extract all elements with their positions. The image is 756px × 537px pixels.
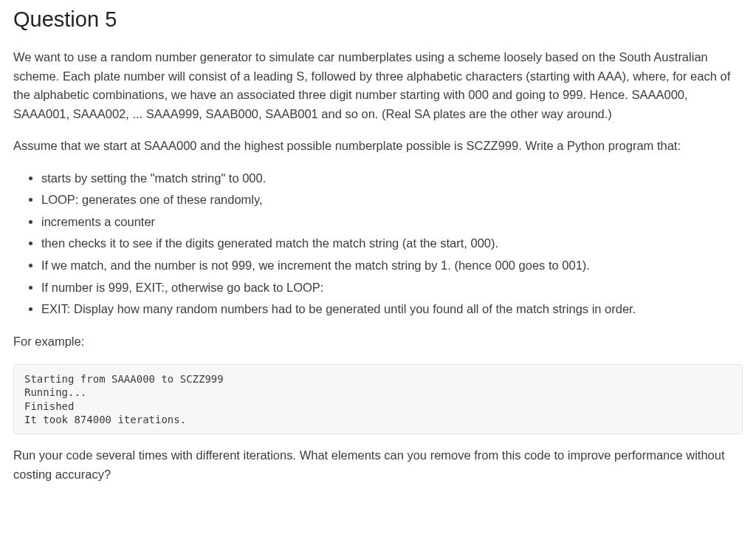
example-label: For example: <box>13 332 743 352</box>
list-item: then checks it to see if the digits gene… <box>41 234 743 253</box>
requirements-list: starts by setting the "match string" to … <box>13 169 743 319</box>
list-item: If we match, and the number is not 999, … <box>41 256 743 276</box>
question-title: Question 5 <box>13 0 743 36</box>
example-output-block: Starting from SAAA000 to SCZZ999 Running… <box>13 364 743 434</box>
list-item: If number is 999, EXIT:, otherwise go ba… <box>41 278 743 298</box>
task-paragraph: Assume that we start at SAAA000 and the … <box>13 137 743 156</box>
list-item: EXIT: Display how many random numbers ha… <box>41 300 743 319</box>
list-item: LOOP: generates one of these randomly, <box>41 191 743 210</box>
list-item: increments a counter <box>41 213 743 232</box>
intro-paragraph: We want to use a random number generator… <box>13 48 743 123</box>
list-item: starts by setting the "match string" to … <box>41 169 743 188</box>
closing-paragraph: Run your code several times with differe… <box>13 446 743 484</box>
